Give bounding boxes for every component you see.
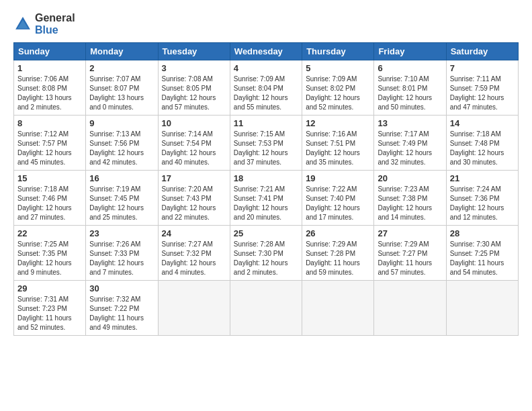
day-info: Sunrise: 7:19 AMSunset: 7:45 PMDaylight:…	[89, 185, 154, 222]
day-info: Sunrise: 7:13 AMSunset: 7:56 PMDaylight:…	[89, 130, 154, 167]
day-info: Sunrise: 7:11 AMSunset: 7:59 PMDaylight:…	[450, 75, 515, 112]
day-number: 1	[17, 63, 82, 73]
day-number: 25	[234, 228, 298, 238]
day-number: 28	[450, 228, 515, 238]
table-row: 8Sunrise: 7:12 AMSunset: 7:57 PMDaylight…	[14, 116, 86, 171]
table-row: 17Sunrise: 7:20 AMSunset: 7:43 PMDayligh…	[158, 171, 230, 226]
table-row: 26Sunrise: 7:29 AMSunset: 7:28 PMDayligh…	[302, 226, 374, 281]
table-row: 25Sunrise: 7:28 AMSunset: 7:30 PMDayligh…	[230, 226, 302, 281]
table-row: 10Sunrise: 7:14 AMSunset: 7:54 PMDayligh…	[158, 116, 230, 171]
day-number: 26	[306, 228, 370, 238]
table-row: 20Sunrise: 7:23 AMSunset: 7:38 PMDayligh…	[374, 171, 446, 226]
table-row: 1Sunrise: 7:06 AMSunset: 8:08 PMDaylight…	[14, 60, 86, 116]
day-number: 9	[89, 118, 154, 128]
day-number: 14	[450, 118, 515, 128]
table-row: 15Sunrise: 7:18 AMSunset: 7:46 PMDayligh…	[14, 171, 86, 226]
day-number: 20	[378, 173, 442, 183]
day-info: Sunrise: 7:10 AMSunset: 8:01 PMDaylight:…	[378, 75, 442, 112]
day-info: Sunrise: 7:18 AMSunset: 7:48 PMDaylight:…	[450, 130, 515, 167]
table-row: 6Sunrise: 7:10 AMSunset: 8:01 PMDaylight…	[374, 60, 446, 116]
logo-text: General Blue	[35, 12, 75, 36]
col-friday: Friday	[374, 43, 446, 60]
col-monday: Monday	[86, 43, 158, 60]
day-info: Sunrise: 7:26 AMSunset: 7:33 PMDaylight:…	[89, 240, 154, 277]
day-number: 30	[89, 283, 154, 293]
day-number: 16	[89, 173, 154, 183]
table-row: 18Sunrise: 7:21 AMSunset: 7:41 PMDayligh…	[230, 171, 302, 226]
day-info: Sunrise: 7:24 AMSunset: 7:36 PMDaylight:…	[450, 185, 515, 222]
table-row: 3Sunrise: 7:08 AMSunset: 8:05 PMDaylight…	[158, 60, 230, 116]
day-number: 17	[162, 173, 226, 183]
table-row: 19Sunrise: 7:22 AMSunset: 7:40 PMDayligh…	[302, 171, 374, 226]
day-number: 29	[17, 283, 82, 293]
day-number: 18	[234, 173, 298, 183]
day-number: 27	[378, 228, 442, 238]
empty-cell	[302, 281, 374, 336]
day-info: Sunrise: 7:29 AMSunset: 7:27 PMDaylight:…	[378, 240, 442, 277]
day-number: 5	[306, 63, 370, 73]
table-row: 22Sunrise: 7:25 AMSunset: 7:35 PMDayligh…	[14, 226, 86, 281]
logo-icon	[13, 15, 32, 34]
day-number: 4	[234, 63, 298, 73]
table-row: 27Sunrise: 7:29 AMSunset: 7:27 PMDayligh…	[374, 226, 446, 281]
day-info: Sunrise: 7:08 AMSunset: 8:05 PMDaylight:…	[162, 75, 226, 112]
empty-cell	[230, 281, 302, 336]
day-info: Sunrise: 7:31 AMSunset: 7:23 PMDaylight:…	[17, 295, 82, 332]
day-info: Sunrise: 7:14 AMSunset: 7:54 PMDaylight:…	[162, 130, 226, 167]
table-row: 5Sunrise: 7:09 AMSunset: 8:02 PMDaylight…	[302, 60, 374, 116]
table-row: 7Sunrise: 7:11 AMSunset: 7:59 PMDaylight…	[446, 60, 518, 116]
day-info: Sunrise: 7:25 AMSunset: 7:35 PMDaylight:…	[17, 240, 82, 277]
table-row: 16Sunrise: 7:19 AMSunset: 7:45 PMDayligh…	[86, 171, 158, 226]
day-number: 12	[306, 118, 370, 128]
day-number: 23	[89, 228, 154, 238]
table-row: 29Sunrise: 7:31 AMSunset: 7:23 PMDayligh…	[14, 281, 86, 336]
table-row: 21Sunrise: 7:24 AMSunset: 7:36 PMDayligh…	[446, 171, 518, 226]
day-info: Sunrise: 7:22 AMSunset: 7:40 PMDaylight:…	[306, 185, 370, 222]
day-number: 22	[17, 228, 82, 238]
day-number: 21	[450, 173, 515, 183]
day-number: 6	[378, 63, 442, 73]
table-row: 30Sunrise: 7:32 AMSunset: 7:22 PMDayligh…	[86, 281, 158, 336]
day-number: 7	[450, 63, 515, 73]
col-wednesday: Wednesday	[230, 43, 302, 60]
col-saturday: Saturday	[446, 43, 518, 60]
day-info: Sunrise: 7:09 AMSunset: 8:04 PMDaylight:…	[234, 75, 298, 112]
day-info: Sunrise: 7:16 AMSunset: 7:51 PMDaylight:…	[306, 130, 370, 167]
day-info: Sunrise: 7:32 AMSunset: 7:22 PMDaylight:…	[89, 295, 154, 332]
day-info: Sunrise: 7:07 AMSunset: 8:07 PMDaylight:…	[89, 75, 154, 112]
day-info: Sunrise: 7:18 AMSunset: 7:46 PMDaylight:…	[17, 185, 82, 222]
day-info: Sunrise: 7:29 AMSunset: 7:28 PMDaylight:…	[306, 240, 370, 277]
day-number: 13	[378, 118, 442, 128]
day-number: 15	[17, 173, 82, 183]
day-number: 11	[234, 118, 298, 128]
table-row: 12Sunrise: 7:16 AMSunset: 7:51 PMDayligh…	[302, 116, 374, 171]
table-row: 13Sunrise: 7:17 AMSunset: 7:49 PMDayligh…	[374, 116, 446, 171]
empty-cell	[446, 281, 518, 336]
calendar: Sunday Monday Tuesday Wednesday Thursday…	[13, 42, 519, 336]
table-row: 4Sunrise: 7:09 AMSunset: 8:04 PMDaylight…	[230, 60, 302, 116]
day-number: 24	[162, 228, 226, 238]
day-number: 10	[162, 118, 226, 128]
day-info: Sunrise: 7:30 AMSunset: 7:25 PMDaylight:…	[450, 240, 515, 277]
table-row: 23Sunrise: 7:26 AMSunset: 7:33 PMDayligh…	[86, 226, 158, 281]
empty-cell	[374, 281, 446, 336]
empty-cell	[158, 281, 230, 336]
day-info: Sunrise: 7:12 AMSunset: 7:57 PMDaylight:…	[17, 130, 82, 167]
day-number: 8	[17, 118, 82, 128]
day-info: Sunrise: 7:06 AMSunset: 8:08 PMDaylight:…	[17, 75, 82, 112]
table-row: 9Sunrise: 7:13 AMSunset: 7:56 PMDaylight…	[86, 116, 158, 171]
day-number: 3	[162, 63, 226, 73]
header: General Blue	[13, 12, 519, 36]
page: General Blue Sunday Monday Tuesday Wedne…	[0, 0, 532, 342]
table-row: 14Sunrise: 7:18 AMSunset: 7:48 PMDayligh…	[446, 116, 518, 171]
day-info: Sunrise: 7:23 AMSunset: 7:38 PMDaylight:…	[378, 185, 442, 222]
day-info: Sunrise: 7:21 AMSunset: 7:41 PMDaylight:…	[234, 185, 298, 222]
day-info: Sunrise: 7:17 AMSunset: 7:49 PMDaylight:…	[378, 130, 442, 167]
day-info: Sunrise: 7:28 AMSunset: 7:30 PMDaylight:…	[234, 240, 298, 277]
table-row: 11Sunrise: 7:15 AMSunset: 7:53 PMDayligh…	[230, 116, 302, 171]
day-number: 19	[306, 173, 370, 183]
day-number: 2	[89, 63, 154, 73]
col-sunday: Sunday	[14, 43, 86, 60]
day-info: Sunrise: 7:09 AMSunset: 8:02 PMDaylight:…	[306, 75, 370, 112]
col-tuesday: Tuesday	[158, 43, 230, 60]
